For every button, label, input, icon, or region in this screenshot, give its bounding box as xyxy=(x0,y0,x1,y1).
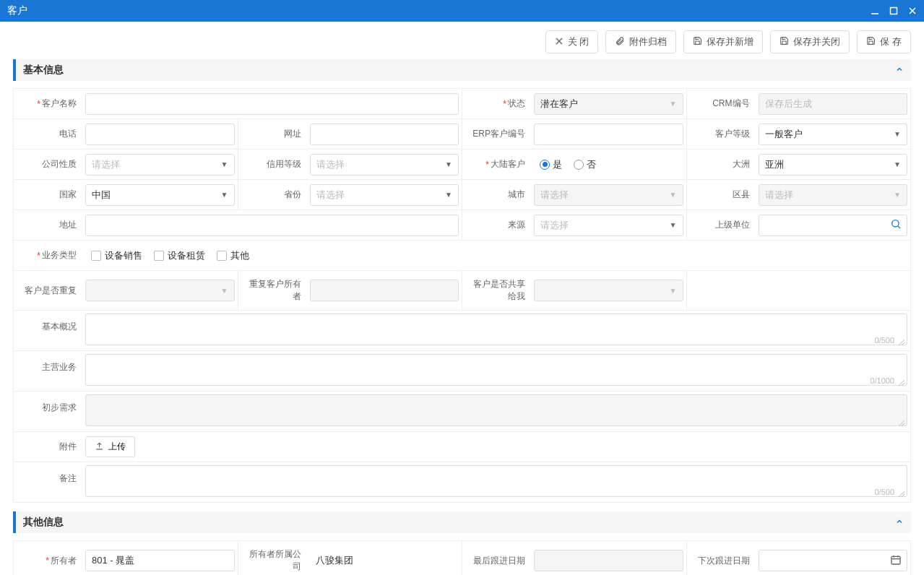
caret-down-icon: ▼ xyxy=(894,191,901,199)
label-last-follow: 最后跟进日期 xyxy=(473,555,525,567)
close-button[interactable]: 关 闭 xyxy=(545,30,599,53)
phone-input[interactable] xyxy=(85,124,235,145)
cell-status: *状态 潜在客户 ▼ xyxy=(462,89,687,119)
label-overview: 基本概况 xyxy=(42,321,77,333)
label-credit-level: 信用等级 xyxy=(267,158,301,170)
overview-textarea[interactable] xyxy=(85,314,907,345)
company-nature-select[interactable]: 请选择 ▼ xyxy=(85,154,235,176)
save-and-new-button[interactable]: 保存并新增 xyxy=(683,30,763,53)
source-select[interactable]: 请选择 ▼ xyxy=(534,215,683,236)
radio-icon xyxy=(574,160,584,170)
save-icon xyxy=(693,36,702,48)
caret-down-icon: ▼ xyxy=(221,287,228,295)
cell-phone: 电话 xyxy=(14,119,238,150)
cell-district: 区县 请选择 ▼ xyxy=(687,180,912,210)
upload-button[interactable]: 上传 xyxy=(85,436,135,457)
check-equip-sale[interactable]: 设备销售 xyxy=(91,249,142,262)
check-equip-rent[interactable]: 设备租赁 xyxy=(154,249,205,262)
cell-mainland: *大陆客户 是 否 xyxy=(462,150,687,180)
window-controls xyxy=(871,7,917,15)
checkbox-icon xyxy=(217,251,227,261)
mainland-no-radio[interactable]: 否 xyxy=(574,158,596,171)
cell-customer-level: 客户等级 一般客户 ▼ xyxy=(687,119,912,150)
main-business-textarea[interactable] xyxy=(85,354,907,386)
shared-to-me-select[interactable]: ▼ xyxy=(534,280,683,301)
basic-form: *客户名称 *状态 潜在客户 ▼ CRM编号 电话 网址 ERP客户 xyxy=(13,88,911,503)
label-shared-to-me: 客户是否共享给我 xyxy=(468,278,525,303)
save-button[interactable]: 保 存 xyxy=(857,30,911,53)
other-form: *所有者 所有者所属公司 最后跟进日期 下次跟进日期 首次建商机日期 首次建商 xyxy=(13,540,911,575)
duplicate-owner-input xyxy=(310,280,459,301)
parent-unit-input[interactable] xyxy=(759,215,908,236)
maximize-icon[interactable] xyxy=(889,7,898,15)
cell-last-follow: 最后跟进日期 xyxy=(462,541,687,575)
archive-button-label: 附件归档 xyxy=(629,35,667,48)
section-other-title: 其他信息 xyxy=(23,516,64,529)
label-district: 区县 xyxy=(733,189,750,201)
next-follow-input[interactable] xyxy=(759,550,908,571)
content: 基本信息 *客户名称 *状态 潜在客户 ▼ CRM编号 电话 xyxy=(0,59,924,575)
window-title: 客户 xyxy=(7,4,871,17)
label-province: 省份 xyxy=(284,189,301,201)
svg-rect-1 xyxy=(891,8,897,14)
website-input[interactable] xyxy=(310,124,459,145)
cell-next-follow: 下次跟进日期 xyxy=(687,541,912,575)
cell-attachment: 附件 上传 xyxy=(14,432,911,462)
label-remark: 备注 xyxy=(59,472,77,485)
label-mainland: 大陆客户 xyxy=(491,158,525,170)
erp-code-input[interactable] xyxy=(534,124,683,145)
last-follow-input xyxy=(534,550,683,571)
city-select[interactable]: 请选择 ▼ xyxy=(534,184,683,206)
label-customer-level: 客户等级 xyxy=(715,128,750,140)
archive-button[interactable]: 附件归档 xyxy=(605,30,676,53)
cell-country: 国家 中国 ▼ xyxy=(14,180,238,210)
credit-level-select[interactable]: 请选择 ▼ xyxy=(310,154,459,176)
status-select[interactable]: 潜在客户 ▼ xyxy=(534,93,683,115)
address-input[interactable] xyxy=(85,215,459,236)
customer-name-input[interactable] xyxy=(85,93,459,115)
cell-crm-code: CRM编号 xyxy=(687,89,912,119)
caret-down-icon: ▼ xyxy=(670,100,677,108)
label-customer-name: 客户名称 xyxy=(42,98,77,110)
cell-company-nature: 公司性质 请选择 ▼ xyxy=(14,150,238,180)
continent-select[interactable]: 亚洲 ▼ xyxy=(759,154,908,176)
remark-textarea[interactable] xyxy=(85,465,907,497)
customer-level-select[interactable]: 一般客户 ▼ xyxy=(759,124,908,145)
label-continent: 大洲 xyxy=(733,158,750,170)
is-duplicate-select[interactable]: ▼ xyxy=(85,280,235,301)
owner-input[interactable] xyxy=(85,550,235,571)
minimize-icon[interactable] xyxy=(871,7,879,15)
business-type-checks: 设备销售 设备租赁 其他 xyxy=(85,249,249,262)
label-owner-company: 所有者所属公司 xyxy=(244,548,301,573)
mainland-yes-radio[interactable]: 是 xyxy=(540,158,562,171)
chevron-up-icon[interactable] xyxy=(895,517,904,528)
caret-down-icon: ▼ xyxy=(670,287,677,295)
section-basic-title: 基本信息 xyxy=(23,64,64,77)
label-address: 地址 xyxy=(59,219,77,231)
cell-customer-name: *客户名称 xyxy=(14,89,462,119)
country-select[interactable]: 中国 ▼ xyxy=(85,184,235,206)
label-attachment: 附件 xyxy=(59,441,77,453)
cell-address: 地址 xyxy=(14,210,462,241)
checkbox-icon xyxy=(91,251,101,261)
status-value: 潜在客户 xyxy=(540,98,578,111)
save-and-close-button[interactable]: 保存并关闭 xyxy=(770,30,850,53)
cell-is-duplicate: 客户是否重复 ▼ xyxy=(14,271,238,311)
cell-erp-code: ERP客户编号 xyxy=(462,119,687,150)
close-window-icon[interactable] xyxy=(908,7,917,15)
chevron-up-icon[interactable] xyxy=(895,65,904,76)
save-icon xyxy=(866,36,876,48)
caret-down-icon: ▼ xyxy=(445,160,452,168)
caret-down-icon: ▼ xyxy=(221,160,228,168)
district-select[interactable]: 请选择 ▼ xyxy=(759,184,908,206)
province-select[interactable]: 请选择 ▼ xyxy=(310,184,459,206)
section-other-header: 其他信息 xyxy=(13,511,911,533)
cell-main-business: 主营业务 0/1000 xyxy=(14,351,911,392)
label-main-business: 主营业务 xyxy=(42,361,77,373)
upload-icon xyxy=(95,441,104,453)
cell-parent-unit: 上级单位 xyxy=(687,210,912,241)
label-business-type: 业务类型 xyxy=(42,249,77,261)
initial-need-textarea xyxy=(85,394,907,426)
label-source: 来源 xyxy=(508,219,525,231)
check-other[interactable]: 其他 xyxy=(217,249,249,262)
